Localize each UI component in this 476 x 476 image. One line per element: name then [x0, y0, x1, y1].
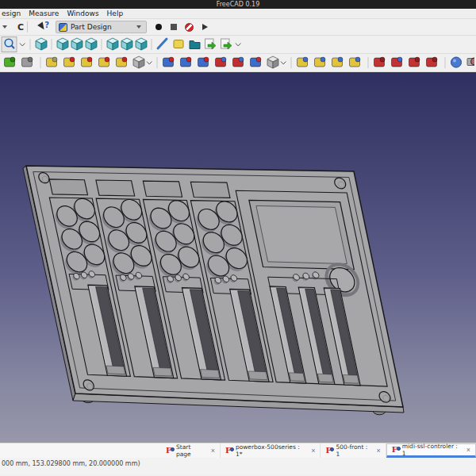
macro-execute-icon[interactable] [202, 24, 208, 30]
3d-viewport[interactable] [0, 72, 476, 443]
pocket-icon[interactable] [163, 57, 175, 67]
create-part-icon[interactable] [174, 40, 183, 48]
3d-model-mixer-panel[interactable] [0, 72, 476, 443]
fillet-icon[interactable] [374, 57, 386, 67]
gear-icon [330, 447, 334, 451]
tab-close-icon[interactable]: × [466, 447, 470, 454]
workbench-icon [59, 23, 67, 32]
whats-this-icon[interactable]: ? [38, 21, 49, 33]
document-tabbar: F Start page × F powerbox-500series : 1*… [0, 443, 476, 458]
partdesign-toolbar-icons [0, 54, 474, 71]
gear-icon [230, 447, 234, 451]
make-link-icon[interactable] [205, 39, 217, 49]
window-titlebar: FreeCAD 0.19 [0, 0, 476, 9]
menu-item-help[interactable]: Help [107, 10, 124, 17]
measure-icon[interactable] [158, 39, 167, 48]
additive-pipe-icon[interactable] [99, 57, 110, 67]
create-sketch-icon[interactable] [22, 57, 33, 67]
toolbar-overflow-chevron-icon[interactable] [2, 25, 7, 29]
tab-close-icon[interactable]: × [376, 447, 380, 455]
tab-label: powerbox-500series : 1* [236, 443, 307, 458]
toolbar-separator [27, 21, 28, 33]
workbench-selector-value: Part Design [71, 23, 134, 31]
view-toolbar-icons [0, 36, 474, 53]
tab-close-icon[interactable]: × [311, 447, 315, 455]
menu-item-measure[interactable]: Measure [29, 10, 59, 17]
multitransform-icon[interactable] [350, 57, 361, 67]
tab-midi-ssl-controler[interactable]: F midi-ssl-controler : 1 × [386, 443, 476, 458]
subtractive-helix-icon[interactable] [251, 57, 262, 67]
revolution-icon[interactable] [64, 57, 75, 67]
tab-label: midi-ssl-controler : 1 [402, 443, 463, 457]
menu-bar: esign Measure Windows Help [0, 9, 476, 19]
left-view-icon[interactable] [136, 38, 147, 50]
gear-icon [397, 447, 401, 451]
chamfer-icon[interactable] [392, 57, 403, 67]
axonometric-view-icon[interactable] [36, 38, 47, 50]
create-body-icon[interactable] [5, 57, 16, 67]
bottom-view-icon[interactable] [121, 38, 132, 50]
tab-powerbox-500series[interactable]: F powerbox-500series : 1* × [221, 443, 321, 458]
subtractive-pipe-icon[interactable] [233, 57, 244, 67]
tab-label: Start page [176, 443, 207, 458]
additive-helix-icon[interactable] [117, 57, 128, 67]
freecad-file-icon: F [225, 447, 233, 455]
subtractive-primitive-icon[interactable] [267, 56, 278, 68]
freecad-file-icon: F [166, 447, 174, 455]
check-geometry-icon[interactable] [467, 58, 474, 67]
freecad-file-icon: F [392, 446, 400, 455]
create-group-icon[interactable] [190, 41, 200, 49]
view-toolbar [0, 36, 476, 54]
tab-start-page[interactable]: F Start page × [161, 443, 221, 458]
status-bar: 000 mm, 153.029800 mm, 20.000000 mm) [0, 458, 476, 475]
front-view-icon[interactable] [57, 38, 68, 50]
hole-icon[interactable] [181, 57, 192, 67]
tab-500-front[interactable]: F 500-front : 1 × [321, 443, 386, 458]
pad-icon[interactable] [47, 57, 58, 67]
linear-pattern-icon[interactable] [315, 57, 326, 67]
boolean-operation-icon[interactable] [451, 57, 462, 67]
groove-icon[interactable] [198, 57, 209, 67]
fit-all-icon[interactable] [2, 37, 17, 52]
partdesign-toolbar [0, 54, 476, 72]
mirrored-icon[interactable] [298, 57, 309, 67]
main-toolbar: C ? Part Design [0, 19, 476, 36]
subtractive-loft-icon[interactable] [216, 57, 227, 67]
additive-loft-icon[interactable] [82, 57, 93, 67]
menu-item-windows[interactable]: Windows [67, 10, 98, 17]
make-sub-link-icon[interactable] [221, 39, 232, 49]
thickness-icon[interactable] [427, 57, 438, 67]
workbench-selector[interactable]: Part Design [56, 21, 147, 33]
tab-label: 500-front : 1 [336, 443, 372, 458]
polar-pattern-icon[interactable] [332, 57, 344, 67]
window-title: FreeCAD 0.19 [217, 1, 260, 8]
freecad-file-icon: F [325, 447, 333, 455]
gear-icon [171, 447, 175, 451]
macro-stop-icon[interactable] [185, 23, 194, 32]
right-view-icon[interactable] [86, 38, 97, 50]
macro-pause-icon[interactable] [171, 24, 177, 30]
workbench-dropdown-icon [136, 25, 141, 29]
rear-view-icon[interactable] [107, 38, 118, 50]
coordinates-readout: 000 mm, 153.029800 mm, 20.000000 mm) [2, 460, 140, 467]
refresh-icon[interactable]: C [17, 22, 24, 33]
additive-primitive-icon[interactable] [133, 56, 144, 68]
draft-icon[interactable] [409, 57, 420, 67]
menu-item-design[interactable]: esign [2, 10, 21, 17]
tab-close-icon[interactable]: × [211, 447, 215, 455]
top-view-icon[interactable] [71, 38, 83, 50]
macro-record-icon[interactable] [155, 24, 162, 30]
